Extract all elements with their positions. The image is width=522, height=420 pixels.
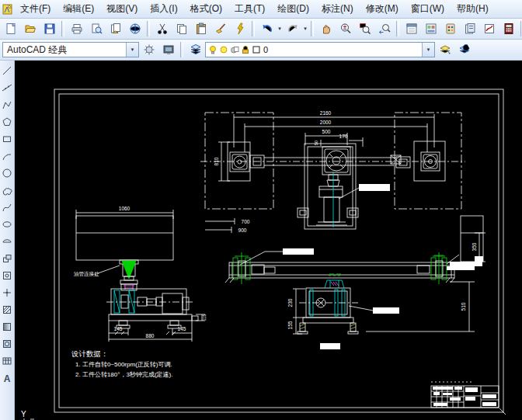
ellipse-arc-button[interactable] (0, 233, 14, 250)
hatch-icon (2, 304, 12, 315)
dim-column-height: 510 (461, 302, 466, 311)
circle-icon (2, 168, 12, 179)
plot-button[interactable] (67, 19, 86, 39)
zoom-realtime-button[interactable] (336, 19, 355, 39)
undo-button[interactable] (257, 19, 277, 39)
arc-button[interactable] (0, 148, 14, 165)
zoom-window-button[interactable] (355, 19, 374, 39)
filled-step (475, 256, 483, 262)
chevron-down-icon[interactable] (422, 43, 434, 57)
gradient-button[interactable] (0, 318, 14, 335)
region-icon (2, 338, 12, 349)
menu-window[interactable]: 窗口(W) (405, 0, 451, 18)
polygon-button[interactable] (0, 113, 14, 130)
construction-line-button[interactable] (0, 79, 14, 96)
ellipse-button[interactable] (0, 216, 14, 233)
sheet-set-manager-button[interactable] (460, 19, 479, 39)
menu-file[interactable]: 文件(F) (14, 0, 57, 18)
sheet-set-icon (464, 23, 476, 35)
layer-lock-icon[interactable] (241, 45, 250, 54)
ellipse-icon (2, 219, 12, 230)
match-properties-button[interactable] (211, 19, 230, 39)
left-roller-assembly (233, 252, 250, 284)
layer-combo[interactable]: 0 (205, 42, 435, 57)
drawing-canvas[interactable]: 2160 2000 500 170 50 810 700 900 1060 (15, 61, 522, 420)
layer-previous-button[interactable] (454, 40, 474, 60)
make-object-layer-current-button[interactable] (435, 40, 454, 60)
zoom-window-icon (359, 23, 371, 35)
undo-dropdown[interactable] (277, 26, 283, 32)
tool-palettes-button[interactable] (440, 19, 460, 39)
zoom-magnifier-icon (339, 23, 352, 35)
menu-dimension[interactable]: 标注(N) (315, 0, 360, 18)
layer-on-bulb-icon[interactable] (208, 45, 218, 54)
menu-draw[interactable]: 绘图(D) (271, 0, 315, 18)
cut-button[interactable] (152, 19, 172, 39)
rectangle-button[interactable] (0, 130, 14, 148)
revision-cloud-button[interactable] (0, 182, 14, 199)
dim-base-width: 880 (146, 333, 155, 338)
multiline-text-button[interactable]: A (0, 370, 14, 387)
point-button[interactable] (0, 284, 14, 301)
toolbar-separator (311, 21, 314, 36)
dim-plate-width: 1060 (119, 206, 130, 211)
markup-set-manager-button[interactable] (479, 19, 499, 39)
menu-view[interactable]: 视图(V) (100, 0, 144, 18)
quickcalc-button[interactable] (499, 19, 518, 39)
new-button[interactable] (1, 19, 20, 39)
menu-edit[interactable]: 编辑(E) (57, 0, 100, 18)
workspace-layer-toolbar: AutoCAD 经典 0 (0, 40, 522, 61)
open-button[interactable] (20, 19, 40, 39)
spline-button[interactable] (0, 199, 14, 216)
3d-dwf-button[interactable] (125, 19, 144, 39)
polyline-button[interactable] (0, 96, 14, 113)
block-editor-button[interactable] (230, 19, 249, 39)
design-center-button[interactable] (421, 19, 440, 39)
my-workspace-button[interactable] (158, 40, 178, 60)
toolbar-separator (180, 42, 183, 57)
redo-button[interactable] (283, 19, 302, 39)
spline-icon (2, 202, 12, 213)
label-block (320, 343, 340, 349)
line-button[interactable] (0, 62, 14, 79)
hatch-button[interactable] (0, 301, 14, 318)
make-block-button[interactable] (0, 267, 14, 284)
workspace-settings-button[interactable] (139, 40, 158, 60)
menu-modify[interactable]: 修改(M) (360, 0, 405, 18)
publish-button[interactable] (106, 19, 125, 39)
copy-button[interactable] (172, 19, 191, 39)
region-button[interactable] (0, 335, 14, 352)
plot-preview-button[interactable] (86, 19, 106, 39)
toolbar-separator (252, 21, 255, 36)
properties-button[interactable] (402, 19, 421, 39)
monitor-icon (162, 43, 175, 56)
menu-format[interactable]: 格式(O) (184, 0, 228, 18)
notes-line-2: 2. 工件公转180°，3秒钟完成(定速). (75, 371, 172, 378)
circle-button[interactable] (0, 165, 14, 182)
chevron-down-icon[interactable] (126, 43, 138, 57)
layer-freeze-sun-icon[interactable] (219, 45, 228, 54)
pan-button[interactable] (316, 19, 336, 39)
zoom-previous-button[interactable] (374, 19, 394, 39)
table-button[interactable] (0, 352, 14, 370)
insert-block-button[interactable] (0, 250, 14, 267)
workspace-combo[interactable]: AutoCAD 经典 (2, 42, 139, 57)
dim-foot-height: 155 (287, 321, 293, 329)
polygon-icon (2, 116, 12, 127)
design-center-icon (425, 23, 437, 35)
menu-help[interactable]: 帮助(H) (451, 0, 495, 18)
menu-insert[interactable]: 插入(I) (144, 0, 183, 18)
label-block (359, 184, 390, 191)
clipboard-icon (195, 23, 207, 35)
layer-vp-freeze-icon[interactable] (230, 45, 239, 54)
svg-text:A: A (4, 373, 11, 384)
save-button[interactable] (40, 19, 59, 39)
layer-properties-button[interactable] (186, 40, 205, 60)
redo-dropdown[interactable] (302, 26, 308, 32)
dim-right-col: 900 (238, 227, 247, 233)
menu-tools[interactable]: 工具(T) (228, 0, 271, 18)
insert-block-icon (2, 253, 12, 264)
layer-color-swatch[interactable] (252, 45, 261, 54)
paste-button[interactable] (191, 19, 211, 39)
plate-front: 1060 (76, 206, 173, 260)
